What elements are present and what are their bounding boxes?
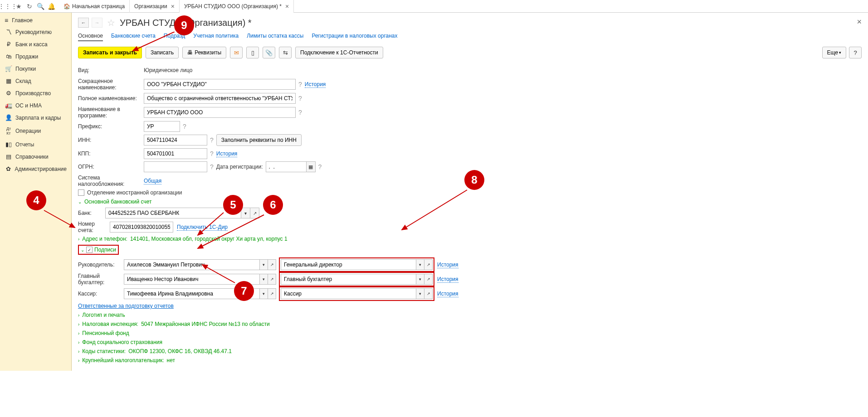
sidebar-item-manager[interactable]: 〽Руководителю <box>0 26 71 38</box>
sidebar-item-bank[interactable]: ₽Банк и касса <box>0 38 71 50</box>
star-icon[interactable]: ★ <box>13 1 24 12</box>
open-button[interactable]: ↗ <box>268 288 276 299</box>
save-button[interactable]: Записать <box>146 47 179 58</box>
fill-inn-button[interactable]: Заполнить реквизиты по ИНН <box>216 134 302 146</box>
history-icon[interactable]: ↻ <box>24 1 35 12</box>
close-x-icon[interactable]: × <box>857 17 862 27</box>
tab-bank-accounts[interactable]: Банковские счета <box>111 33 156 41</box>
save-close-button[interactable]: Записать и закрыть <box>78 47 142 58</box>
tab-org-card[interactable]: УРБАН СТУДИО ООО (Организация) * × <box>180 0 294 13</box>
regdate-input[interactable] <box>266 161 307 172</box>
open-button[interactable]: ↗ <box>424 259 433 270</box>
dropdown-button[interactable]: ▾ <box>416 259 424 270</box>
sidebar-item-assets[interactable]: 🚛ОС и НМА <box>0 99 71 112</box>
history-link[interactable]: История <box>437 262 458 268</box>
sidebar-item-purchases[interactable]: 🛒Покупки <box>0 63 71 75</box>
sidebar-main[interactable]: ≡ Главное <box>0 15 71 26</box>
logo-section-toggle[interactable]: ›Логотип и печать <box>78 312 862 318</box>
forward-button[interactable]: → <box>92 18 102 28</box>
open-button[interactable]: ↗ <box>268 259 276 270</box>
open-button[interactable]: ↗ <box>250 208 259 218</box>
pension-section-toggle[interactable]: ›Пенсионный фонд <box>78 330 862 336</box>
help-icon[interactable]: ? <box>210 136 214 144</box>
mail-button[interactable]: ✉ <box>230 47 243 58</box>
stats-section-toggle[interactable]: ›Коды статистики: ОКОПФ 12300, ОКФС 16, … <box>78 348 862 354</box>
attach-button[interactable]: 📎 <box>263 47 275 58</box>
connect-1c-button[interactable]: Подключение к 1С-Отчетности <box>295 47 383 58</box>
dropdown-button[interactable]: ▾ <box>260 274 268 285</box>
tab-divisions[interactable]: Подразд <box>164 33 185 41</box>
accountant-position-input[interactable] <box>281 274 416 285</box>
sidebar-item-production[interactable]: ⚙Производство <box>0 87 71 99</box>
search-icon[interactable]: 🔍 <box>35 1 46 12</box>
sidebar-item-salary[interactable]: 👤Зарплата и кадры <box>0 112 71 124</box>
taxsys-link[interactable]: Общая <box>144 178 161 184</box>
sidebar-item-reports[interactable]: ▮▯Отчеты <box>0 138 71 150</box>
dropdown-button[interactable]: ▾ <box>241 208 250 218</box>
help-icon[interactable]: ? <box>183 123 186 130</box>
sidebar-item-sales[interactable]: 🛍Продажи <box>0 50 71 63</box>
accountant-input[interactable] <box>124 274 260 285</box>
head-position-input[interactable] <box>281 259 416 270</box>
history-link[interactable]: История <box>305 81 326 88</box>
history-link[interactable]: История <box>216 150 238 157</box>
history-link[interactable]: История <box>437 276 458 283</box>
sidebar-item-operations[interactable]: ДтКтОперации <box>0 124 71 138</box>
tab-main[interactable]: Основное <box>78 33 103 41</box>
dropdown-button[interactable]: ▾ <box>416 274 424 285</box>
tab-home[interactable]: 🏠 Начальная страница <box>59 0 130 13</box>
dropdown-button[interactable]: ▾ <box>260 259 268 270</box>
requisites-button[interactable]: 🖶Реквизиты <box>182 47 226 58</box>
edo-button[interactable]: ⇆ <box>279 47 292 58</box>
head-input[interactable] <box>124 259 260 270</box>
dropdown-button[interactable]: ▾ <box>416 288 424 299</box>
ogrn-input[interactable] <box>144 161 207 172</box>
responsible-link[interactable]: Ответственные за подготовку отчетов <box>78 303 174 309</box>
tax-section-toggle[interactable]: ›Налоговая инспекция: 5047 Межрайонная И… <box>78 321 862 327</box>
open-button[interactable]: ↗ <box>268 274 276 285</box>
help-button[interactable]: ? <box>849 47 862 58</box>
favorite-star-icon[interactable]: ☆ <box>107 17 115 28</box>
history-link[interactable]: История <box>437 291 458 297</box>
largest-section-toggle[interactable]: ›Крупнейший налогоплательщик: нет <box>78 357 862 364</box>
help-icon[interactable]: ? <box>298 109 302 116</box>
bell-icon[interactable]: 🔔 <box>46 1 57 12</box>
help-icon[interactable]: ? <box>210 150 214 157</box>
connect-link[interactable]: Подключить 1С-Дир <box>177 224 228 231</box>
sidebar-item-catalogs[interactable]: ▤Справочники <box>0 150 71 163</box>
bank-input[interactable] <box>105 208 241 218</box>
sidebar-item-warehouse[interactable]: ▦Склад <box>0 75 71 87</box>
bank-section-toggle[interactable]: ⌄ Основной банковский счет <box>78 199 862 205</box>
fullname-input[interactable] <box>144 93 296 104</box>
account-input[interactable] <box>110 222 173 233</box>
close-icon[interactable]: × <box>285 3 289 10</box>
tab-organizations[interactable]: Организации × <box>130 0 180 13</box>
open-button[interactable]: ↗ <box>424 274 433 285</box>
shortname-input[interactable] <box>144 79 296 90</box>
kpp-input[interactable] <box>144 148 207 159</box>
cashier-position-input[interactable] <box>281 288 416 299</box>
back-button[interactable]: ← <box>78 18 89 28</box>
open-button[interactable]: ↗ <box>424 288 433 299</box>
more-button[interactable]: Еще ▾ <box>822 47 846 58</box>
inn-input[interactable] <box>144 135 207 145</box>
sidebar-item-admin[interactable]: ✿Администрирование <box>0 163 71 175</box>
dropdown-button[interactable]: ▾ <box>260 288 268 299</box>
calendar-button[interactable]: ▦ <box>307 161 316 172</box>
help-icon[interactable]: ? <box>298 95 302 102</box>
help-icon[interactable]: ? <box>298 81 302 88</box>
social-section-toggle[interactable]: ›Фонд социального страхования <box>78 339 862 345</box>
signatures-checkbox[interactable]: ✓ <box>86 247 93 253</box>
tab-tax-registrations[interactable]: Регистрации в налоговых органах <box>312 33 397 41</box>
cashier-input[interactable] <box>124 288 260 299</box>
prefix-input[interactable] <box>144 121 180 132</box>
address-section-toggle[interactable]: › Адрес и телефон: 141401, Московская об… <box>78 236 862 242</box>
foreign-checkbox[interactable] <box>78 189 84 196</box>
tab-accounting-policy[interactable]: Учетная политика <box>193 33 239 41</box>
tab-cash-limits[interactable]: Лимиты остатка кассы <box>247 33 303 41</box>
help-icon[interactable]: ? <box>210 163 214 170</box>
apps-icon[interactable]: ⋮⋮⋮ <box>2 1 13 12</box>
file-button[interactable]: ▯ <box>246 47 259 58</box>
help-icon[interactable]: ? <box>318 163 322 170</box>
progname-input[interactable] <box>144 107 296 118</box>
